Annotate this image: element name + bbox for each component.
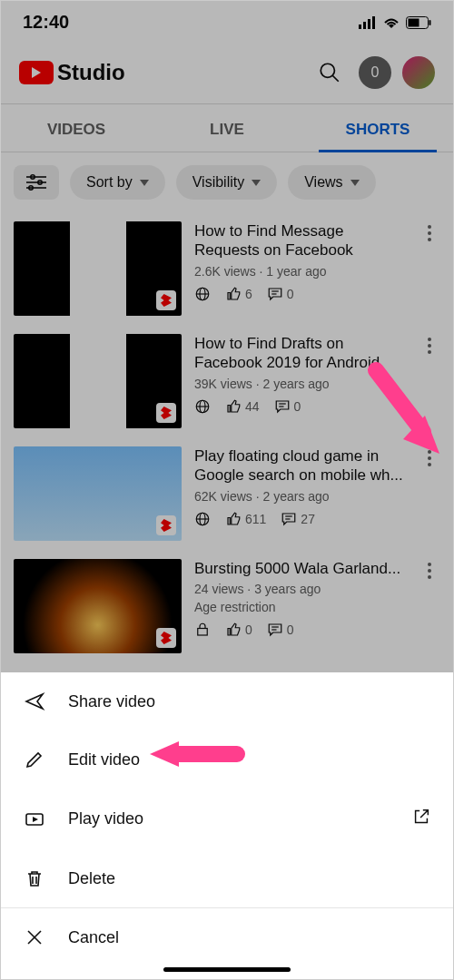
thumbnail xyxy=(14,334,182,428)
sheet-play[interactable]: Play video xyxy=(1,789,453,849)
svg-marker-42 xyxy=(150,741,179,767)
svg-rect-5 xyxy=(409,18,419,26)
svg-line-33 xyxy=(376,370,423,432)
tabs: VIDEOS LIVE SHORTS xyxy=(1,103,453,152)
shorts-badge-icon xyxy=(156,403,176,423)
lock-icon xyxy=(194,622,211,638)
more-options-button[interactable] xyxy=(419,221,440,316)
search-icon xyxy=(318,61,341,84)
wifi-icon xyxy=(382,16,400,29)
chip-visibility[interactable]: Visibility xyxy=(176,165,278,200)
notif-count: 0 xyxy=(371,64,380,81)
action-sheet: Share video Edit video Play video Delete… xyxy=(1,672,453,979)
video-stats: 2.6K views · 1 year ago xyxy=(194,264,406,279)
globe-icon xyxy=(194,286,211,302)
sheet-delete[interactable]: Delete xyxy=(1,849,453,907)
tab-live[interactable]: LIVE xyxy=(152,104,302,152)
chevron-down-icon xyxy=(252,180,261,186)
sliders-icon xyxy=(26,174,46,191)
video-stats: 62K views · 2 years ago xyxy=(194,489,406,504)
trash-icon xyxy=(23,867,46,889)
globe-icon xyxy=(194,511,211,527)
youtube-play-icon xyxy=(19,61,54,84)
external-link-icon xyxy=(411,807,431,831)
comments-count: 0 xyxy=(274,398,301,415)
svg-marker-36 xyxy=(33,817,38,822)
chip-views[interactable]: Views xyxy=(288,165,375,200)
comments-count: 0 xyxy=(267,622,294,638)
tab-shorts[interactable]: SHORTS xyxy=(302,104,453,152)
svg-rect-0 xyxy=(359,24,361,29)
svg-rect-6 xyxy=(429,20,431,25)
annotation-arrow xyxy=(360,359,450,468)
shorts-badge-icon xyxy=(156,290,176,310)
search-button[interactable] xyxy=(311,54,348,91)
video-stats: 24 views · 3 years ago xyxy=(194,582,406,596)
status-bar: 12:40 xyxy=(1,1,453,38)
close-icon xyxy=(23,926,46,948)
video-title: Bursting 5000 Wala Garland... xyxy=(194,559,406,578)
svg-rect-30 xyxy=(198,629,208,636)
svg-rect-2 xyxy=(368,19,370,29)
video-title: How to Find Message Requests on Facebook… xyxy=(194,221,406,260)
filter-chips: Sort by Visibility Views xyxy=(1,152,453,212)
app-title: Studio xyxy=(57,60,125,85)
more-options-button[interactable] xyxy=(419,559,440,653)
chevron-down-icon xyxy=(140,180,149,186)
likes-count: 44 xyxy=(225,398,260,415)
svg-rect-1 xyxy=(363,22,366,29)
svg-rect-3 xyxy=(372,16,375,29)
app-bar: Studio 0 xyxy=(1,38,453,103)
signal-icon xyxy=(359,16,377,29)
thumbnail xyxy=(14,221,182,316)
likes-count: 0 xyxy=(225,622,252,638)
list-item[interactable]: Bursting 5000 Wala Garland... 24 views ·… xyxy=(1,550,453,662)
pencil-icon xyxy=(23,749,46,770)
status-time: 12:40 xyxy=(23,12,69,33)
sheet-share[interactable]: Share video xyxy=(1,672,453,730)
svg-point-7 xyxy=(321,64,334,77)
shorts-badge-icon xyxy=(156,515,176,535)
chevron-down-icon xyxy=(350,180,360,186)
tab-videos[interactable]: VIDEOS xyxy=(1,104,152,152)
list-item[interactable]: How to Find Message Requests on Facebook… xyxy=(1,212,453,325)
battery-icon xyxy=(406,16,431,29)
home-indicator xyxy=(163,967,291,972)
filter-icon-button[interactable] xyxy=(14,165,59,200)
likes-count: 611 xyxy=(225,511,266,527)
thumbnail xyxy=(14,446,182,541)
annotation-arrow xyxy=(146,736,246,772)
shorts-badge-icon xyxy=(156,628,176,648)
chip-sort[interactable]: Sort by xyxy=(70,165,165,200)
share-icon xyxy=(23,691,46,712)
notifications-button[interactable]: 0 xyxy=(359,56,391,89)
comments-count: 0 xyxy=(267,286,294,302)
globe-icon xyxy=(194,398,211,415)
comments-count: 27 xyxy=(281,511,315,527)
play-rect-icon xyxy=(23,808,46,830)
svg-line-8 xyxy=(332,75,339,82)
age-restriction-label: Age restriction xyxy=(194,600,406,614)
likes-count: 6 xyxy=(225,286,252,302)
thumbnail xyxy=(14,559,182,653)
studio-logo: Studio xyxy=(19,60,125,85)
status-icons xyxy=(359,16,431,29)
avatar[interactable] xyxy=(402,56,435,89)
